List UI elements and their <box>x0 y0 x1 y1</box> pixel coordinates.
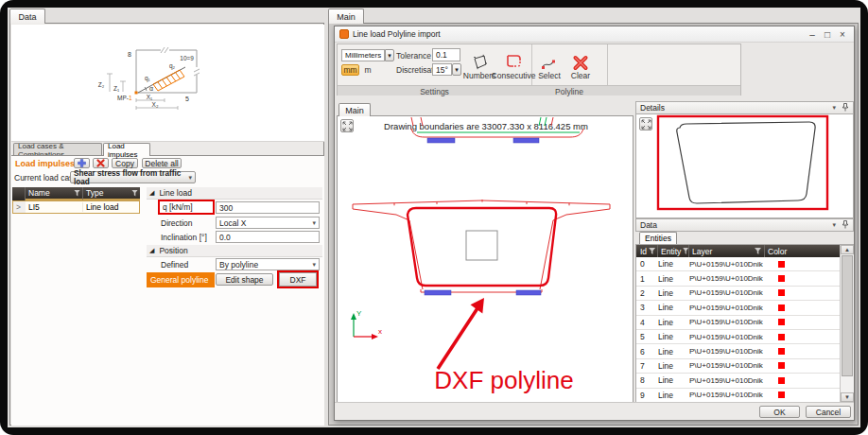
chevron-down-icon[interactable]: ▾ <box>832 221 836 229</box>
entity-type: Line <box>658 288 689 298</box>
units-select-arrow[interactable]: ▾ <box>385 49 394 61</box>
units-select[interactable]: Millimeters <box>341 49 385 61</box>
entity-row[interactable]: 8LineP\U+0159\U+010Dnik <box>636 374 840 388</box>
dxf-button[interactable]: DXF <box>279 272 317 287</box>
drawing-canvas[interactable]: Drawing boundaries are 33007.330 x 8116.… <box>337 115 634 403</box>
entity-row[interactable]: 5LineP\U+0159\U+010Dnik <box>636 330 840 344</box>
diagram-alpha: α <box>149 85 153 92</box>
filter-icon[interactable] <box>649 248 655 254</box>
details-canvas[interactable] <box>635 114 854 218</box>
canvas-tab-main[interactable]: Main <box>339 103 371 116</box>
column-header-color[interactable]: Color <box>765 245 810 257</box>
plus-icon <box>78 159 86 167</box>
polyline-preview-shape <box>677 122 815 203</box>
defined-label: Defined <box>161 260 188 270</box>
collapse-icon: ◢ <box>149 247 154 254</box>
entity-layer: P\U+0159\U+010Dnik <box>689 376 771 385</box>
tolerance-input[interactable]: 0.1 <box>432 48 460 61</box>
scrollbar-thumb[interactable] <box>842 255 853 376</box>
drawing-svg: Drawing boundaries are 33007.330 x 8116.… <box>338 116 633 402</box>
entity-color-chip <box>771 362 785 369</box>
entity-type: Line <box>658 274 689 284</box>
inclination-input[interactable]: 0.0 <box>216 231 320 243</box>
entity-row[interactable]: 9LineP\U+0159\U+010Dnik <box>636 389 840 403</box>
cancel-button[interactable]: Cancel <box>806 406 851 418</box>
tab-load-impulses[interactable]: Load impulses <box>103 143 150 156</box>
pin-icon[interactable] <box>842 103 849 113</box>
clear-button[interactable]: Clear <box>565 47 596 80</box>
minimize-button[interactable]: – <box>805 28 820 41</box>
inclination-label: Inclination [°] <box>161 233 207 242</box>
discretisation-arrow[interactable]: ▾ <box>452 63 461 76</box>
filter-icon[interactable] <box>755 248 761 254</box>
pin-icon[interactable] <box>842 220 849 230</box>
app-window: Data 8 10=9 5 α <box>0 0 868 435</box>
diagram-z2: Z₂ <box>98 81 105 88</box>
direction-select[interactable]: Local X▾ <box>216 217 320 229</box>
m-toggle[interactable]: m <box>362 64 373 76</box>
fit-view-button[interactable] <box>639 117 652 130</box>
column-header-name[interactable]: Name <box>26 187 83 200</box>
delete-impulse-button[interactable] <box>93 158 109 168</box>
filter-icon[interactable] <box>131 190 138 197</box>
entity-row[interactable]: 3LineP\U+0159\U+010Dnik <box>636 301 840 315</box>
selection-highlight-box <box>658 116 827 209</box>
entity-type: Line <box>658 332 689 341</box>
red-x-icon <box>96 159 105 167</box>
dxf-polyline-shape[interactable] <box>408 208 556 286</box>
impulse-table-row[interactable]: > LI5 Line load <box>12 200 140 214</box>
polyline-import-dialog: Line load Polyline import – □ × Millimet… <box>334 26 855 421</box>
select-button[interactable]: Select <box>535 47 564 80</box>
discretisation-input[interactable]: 15° <box>432 63 452 76</box>
entity-row[interactable]: 2LineP\U+0159\U+010Dnik <box>636 287 840 301</box>
entity-row[interactable]: 4LineP\U+0159\U+010Dnik <box>636 316 840 330</box>
ok-button[interactable]: OK <box>759 406 800 418</box>
fit-view-button[interactable] <box>340 119 354 132</box>
tab-data[interactable]: Data <box>9 9 45 24</box>
tab-entities[interactable]: Entities <box>639 232 677 244</box>
entity-layer: P\U+0159\U+010Dnik <box>689 361 771 370</box>
tab-main[interactable]: Main <box>328 9 364 24</box>
maximize-button[interactable]: □ <box>820 28 835 41</box>
data-panel-header[interactable]: Data ▾ <box>635 218 854 232</box>
main-panel-body: Line load Polyline import – □ × Millimet… <box>328 23 859 426</box>
mm-toggle[interactable]: mm <box>341 64 359 76</box>
defined-select[interactable]: By polyline▾ <box>216 258 320 270</box>
column-header-type[interactable]: Type <box>83 187 140 200</box>
consecutive-button[interactable]: Consecutive <box>495 47 531 80</box>
entities-scrollbar[interactable]: ▲ ▼ <box>840 245 854 402</box>
numbers-button[interactable]: Numbers <box>464 47 495 80</box>
entity-row[interactable]: 6LineP\U+0159\U+010Dnik <box>636 344 840 358</box>
add-impulse-button[interactable] <box>74 158 90 168</box>
annotation-arrow <box>438 308 477 369</box>
settings-group-label: Settings <box>338 87 531 96</box>
details-panel-header[interactable]: Details ▾ <box>635 101 854 114</box>
consecutive-icon <box>505 53 523 71</box>
entity-row[interactable]: 0LineP\U+0159\U+010Dnik <box>636 257 840 271</box>
q-input[interactable]: 300 <box>216 201 320 214</box>
filter-icon[interactable] <box>683 248 688 254</box>
column-header-entity[interactable]: Entity <box>658 245 689 257</box>
delete-all-button[interactable]: Delete all <box>142 158 182 168</box>
load-impulses-title: Load impulses <box>15 159 75 168</box>
entity-row[interactable]: 7LineP\U+0159\U+010Dnik <box>636 359 840 374</box>
section-position[interactable]: ◢ Position <box>147 245 322 257</box>
entities-table: Id Entity Layer Color 0LineP\U+01 <box>635 244 854 403</box>
tab-load-cases-combinations[interactable]: Load cases & Combinations <box>13 143 102 156</box>
column-header-layer[interactable]: Layer <box>689 245 765 257</box>
tolerance-label: Tolerance <box>396 51 431 61</box>
dialog-title-bar[interactable]: Line load Polyline import – □ × <box>335 26 854 43</box>
entity-color-chip <box>771 319 785 325</box>
section-line-load[interactable]: ◢ Line load <box>147 187 322 200</box>
copy-button[interactable]: Copy <box>112 158 138 168</box>
column-header-id[interactable]: Id <box>636 245 658 257</box>
edit-shape-button[interactable]: Edit shape <box>216 273 273 286</box>
current-load-case-select[interactable]: Shear stress flow from traffic load▾ <box>70 171 196 183</box>
scroll-down-arrow[interactable]: ▼ <box>841 392 854 402</box>
filter-icon[interactable] <box>74 190 80 197</box>
chevron-down-icon[interactable]: ▾ <box>832 104 836 112</box>
row-selector[interactable]: > <box>13 201 26 213</box>
close-button[interactable]: × <box>835 28 850 41</box>
scroll-up-arrow[interactable]: ▲ <box>841 245 854 254</box>
entity-row[interactable]: 1LineP\U+0159\U+010Dnik <box>636 271 840 286</box>
